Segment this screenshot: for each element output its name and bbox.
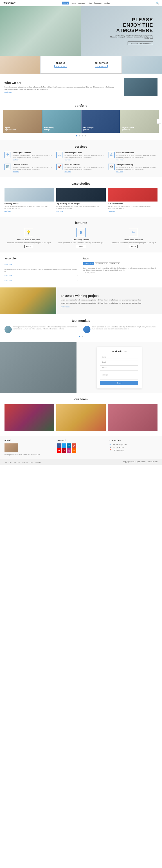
portfolio-item-4[interactable]: organizationalplanning bbox=[120, 110, 159, 133]
nav-features[interactable]: features ▾ bbox=[94, 2, 102, 4]
feature-item-1: 💡 The best ideas in one place Lorem ipsu… bbox=[4, 228, 52, 248]
contact-email-text: info@example.com bbox=[113, 444, 127, 445]
about-card-link[interactable]: READ MORE bbox=[54, 65, 66, 67]
footer-link-services[interactable]: services bbox=[22, 462, 28, 463]
feature-button-1[interactable]: Button bbox=[24, 245, 33, 248]
service-link-6[interactable]: read more bbox=[116, 171, 123, 173]
work-message-input[interactable] bbox=[100, 371, 138, 379]
testimonial-dot-2[interactable] bbox=[82, 336, 83, 337]
award-text-1: Lorem ipsum dolor sit amet, consectetur … bbox=[61, 299, 158, 301]
feature-icon-3: ✂ bbox=[129, 228, 138, 237]
tab-content: Lorem ipsum dolor sit amet, consectetur … bbox=[83, 267, 158, 271]
portfolio-item-3[interactable]: find the rightpattern bbox=[81, 110, 120, 133]
case-studies-section: case studies Celebrity homes We are cons… bbox=[0, 177, 162, 216]
nav-services[interactable]: services ▾ bbox=[78, 2, 86, 4]
portfolio-dot-2[interactable] bbox=[79, 135, 80, 136]
case-image-3 bbox=[108, 188, 158, 202]
service-item-2: ⚖ Ideal design balance Lorem ipsum dolor… bbox=[56, 152, 106, 161]
service-link-3[interactable]: read more bbox=[116, 159, 123, 161]
case-item-2: Top 10 living rooms designs We are conse… bbox=[56, 188, 106, 212]
hero-cta-button[interactable]: PRESS ENTER OUR OFFICE bbox=[128, 41, 153, 45]
accordion-label-3: Item Title bbox=[4, 279, 12, 281]
nav-blog[interactable]: blog bbox=[89, 2, 92, 4]
boxes-row: about us READ MORE our services READ MOR… bbox=[0, 56, 162, 73]
work-email-input[interactable] bbox=[100, 360, 138, 364]
portfolio-dot-4[interactable] bbox=[85, 135, 86, 136]
service-link-2[interactable]: read more bbox=[64, 159, 71, 161]
footer-link-blog[interactable]: blog bbox=[30, 462, 33, 463]
social-youtube-button[interactable]: ▶ bbox=[57, 448, 61, 453]
work-subject-input[interactable] bbox=[100, 365, 138, 369]
footer-link-portfolio[interactable]: portfolio bbox=[14, 462, 20, 463]
case-link-3[interactable]: read more bbox=[108, 210, 115, 212]
footer-link-about[interactable]: about us bbox=[5, 462, 11, 463]
social-googleplus-button[interactable]: g+ bbox=[72, 443, 76, 448]
accordion-arrow-2: ▼ bbox=[77, 274, 79, 276]
testimonial-text-2: Lorem ipsum dolor sit amet, consectetur … bbox=[92, 326, 158, 333]
portfolio-next-arrow[interactable]: › bbox=[157, 119, 161, 124]
hero-section: PLEASE ENJOY THE ATMOSPHERE Lorem ipsum … bbox=[0, 6, 162, 56]
social-twitter-button[interactable]: t bbox=[62, 443, 66, 448]
portfolio-item-2[interactable]: kid-friendlydesign bbox=[42, 110, 81, 133]
service-title-6: 3D object rendering bbox=[116, 163, 158, 165]
social-linkedin-button[interactable]: in bbox=[67, 443, 71, 448]
service-item-5: 🚀 Great for startups Lorem ipsum dolor s… bbox=[56, 163, 106, 173]
accordion-item-1[interactable]: Item Title ▲ bbox=[4, 262, 79, 267]
service-link-5[interactable]: read more bbox=[64, 171, 71, 173]
nav-home[interactable]: home bbox=[62, 2, 69, 4]
who-title: who we are bbox=[4, 81, 120, 85]
service-content-4: Lifecycle process Lorem ipsum dolor sit … bbox=[12, 163, 54, 173]
about-card-title: about us bbox=[56, 62, 65, 64]
service-link-4[interactable]: read more bbox=[12, 171, 19, 173]
who-text: who we are Lorem ipsum dolor sit amet, c… bbox=[4, 81, 120, 93]
tab-button-1[interactable]: FIRST TAB bbox=[83, 262, 94, 265]
footer-link-contact[interactable]: contact bbox=[35, 462, 41, 463]
testimonial-text-1: Lorem ipsum dolor sit amet, consectetur … bbox=[14, 326, 79, 333]
portfolio-dot-1[interactable] bbox=[76, 135, 77, 136]
work-form-wrap: work with us Send bbox=[77, 342, 162, 393]
portfolio-item-1[interactable]: spaceoptimization bbox=[3, 110, 42, 133]
team-member-3 bbox=[108, 404, 158, 431]
portfolio-dot-3[interactable] bbox=[82, 135, 83, 136]
search-icon[interactable]: 🔍 bbox=[156, 2, 159, 5]
portfolio-label-4: organizationalplanning bbox=[122, 127, 134, 131]
footer-contact-col: contact us ✉ info@example.com 📞 +1 234 5… bbox=[110, 439, 158, 456]
footer-contact-title: contact us bbox=[110, 439, 158, 442]
testimonial-avatar-1 bbox=[4, 326, 12, 333]
location-icon: 📍 bbox=[110, 449, 112, 451]
social-instagram-button[interactable]: ig bbox=[67, 448, 71, 453]
social-rss-button[interactable]: ⊙ bbox=[72, 448, 76, 453]
social-pinterest-button[interactable]: P bbox=[62, 448, 66, 453]
accordion-item-3[interactable]: Item Title ▼ bbox=[4, 278, 79, 283]
nav-contact[interactable]: contact bbox=[104, 2, 110, 4]
award-text-2: Lorem ipsum dolor sit amet, consectetur … bbox=[61, 302, 158, 305]
contact-address-row: 📍 123 Street, City bbox=[110, 449, 158, 451]
service-text-6: Lorem ipsum dolor sit amet, consectetur … bbox=[116, 166, 158, 170]
work-name-input[interactable] bbox=[100, 355, 138, 359]
case-link-2[interactable]: read more bbox=[56, 210, 63, 212]
case-link-1[interactable]: read more bbox=[4, 210, 11, 212]
work-send-button[interactable]: Send bbox=[100, 381, 138, 385]
footer-top: about Lorem ipsum dolor sit amet, consec… bbox=[0, 436, 162, 459]
feature-button-2[interactable]: Button bbox=[77, 245, 85, 248]
nav-about[interactable]: about bbox=[72, 2, 76, 4]
feature-button-3[interactable]: Button bbox=[129, 245, 138, 248]
accordion-item-2[interactable]: Item Title ▼ bbox=[4, 273, 79, 278]
tab-author: — Auctor pretium bbox=[83, 272, 158, 274]
service-link-1[interactable]: read more bbox=[12, 159, 19, 161]
services-card-link[interactable]: READ MORE bbox=[95, 65, 107, 67]
tabs-col: tabs FIRST TAB SECOND TAB THIRD TAB Lore… bbox=[83, 257, 158, 283]
testimonial-dot-1[interactable] bbox=[79, 336, 80, 337]
who-read-more-link[interactable]: read more bbox=[4, 91, 12, 93]
tab-button-3[interactable]: THIRD TAB bbox=[109, 262, 120, 265]
feature-title-3: Tailor-made solutions bbox=[124, 239, 143, 241]
award-link[interactable]: Ambiro Loca bbox=[61, 306, 70, 308]
social-facebook-button[interactable]: f bbox=[57, 443, 61, 448]
footer-about-col: about Lorem ipsum dolor sit amet, consec… bbox=[4, 439, 52, 456]
testimonial-dots bbox=[4, 335, 158, 338]
portfolio-grid: spaceoptimization kid-friendlydesign fin… bbox=[3, 110, 159, 133]
footer-bottom-links: about us portfolio services blog contact bbox=[4, 461, 42, 463]
accordion-content-1: Lorem ipsum dolor sit amet, consectetur … bbox=[4, 267, 79, 273]
service-title-2: Ideal design balance bbox=[64, 152, 106, 154]
tab-button-2[interactable]: SECOND TAB bbox=[95, 262, 108, 265]
